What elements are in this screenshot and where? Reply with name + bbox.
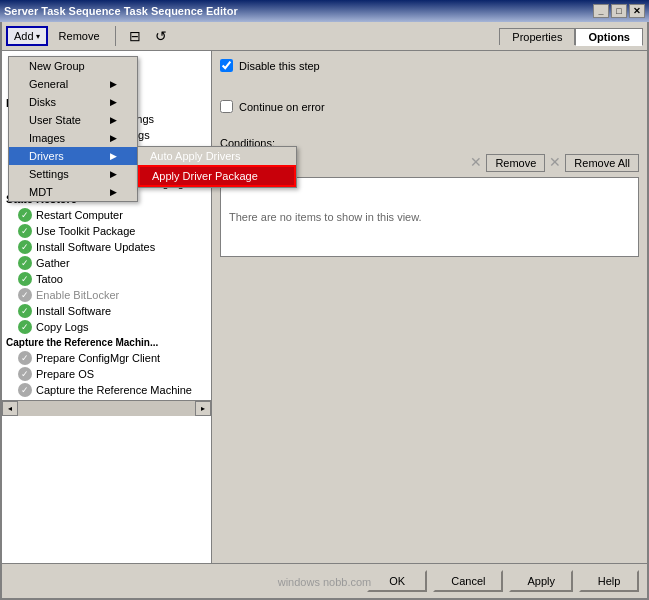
menu-item-images[interactable]: Images ▶ [9,129,137,147]
add-button[interactable]: Add ▾ New Group General ▶ Disks ▶ User S… [6,26,48,46]
conditions-actions: ✕ Remove ✕ Remove All [470,154,639,172]
toolbar: Add ▾ New Group General ▶ Disks ▶ User S… [2,22,647,51]
label-install-software-updates: Install Software Updates [36,241,155,253]
help-button[interactable]: Help [579,570,639,592]
remove-x-icon: ✕ [470,154,482,172]
label-install-software: Install Software [36,305,111,317]
continue-on-error-row: Continue on error [220,100,639,113]
menu-item-general[interactable]: General ▶ [9,75,137,93]
add-label: Add [14,30,34,42]
cancel-button[interactable]: Cancel [433,570,503,592]
list-item-tatoo[interactable]: ✓ Tatoo [2,271,211,287]
ok-button[interactable]: OK [367,570,427,592]
auto-apply-drivers-label: Auto Apply Drivers [150,150,240,162]
list-item-install-software[interactable]: ✓ Install Software [2,303,211,319]
right-panel: Disable this step Continue on error Cond… [212,51,647,563]
menu-item-new-group-label: New Group [29,60,85,72]
menu-item-mdt-label: MDT [29,186,53,198]
menu-item-user-state-label: User State [29,114,81,126]
disable-step-checkbox[interactable] [220,59,233,72]
check-icon-tatoo: ✓ [18,272,32,286]
remove-all-btn-label: Remove All [574,157,630,169]
remove-all-btn[interactable]: Remove All [565,154,639,172]
continue-on-error-checkbox[interactable] [220,100,233,113]
conditions-empty-text: There are no items to show in this view. [229,211,422,223]
list-item-prepare-configmgr[interactable]: ✓ Prepare ConfigMgr Client [2,350,211,366]
minimize-btn[interactable]: _ [593,4,609,18]
check-icon-install-software-updates: ✓ [18,240,32,254]
close-btn[interactable]: ✕ [629,4,645,18]
check-icon-prepare-os: ✓ [18,367,32,381]
menu-item-general-label: General [29,78,68,90]
menu-item-images-label: Images [29,132,65,144]
check-icon-copy-logs: ✓ [18,320,32,334]
title-bar-controls: _ □ ✕ [593,4,645,18]
h-scroll-track[interactable] [18,401,195,416]
drivers-submenu-arrow: ▶ [110,151,117,161]
list-item-install-software-updates[interactable]: ✓ Install Software Updates [2,239,211,255]
label-restart-computer: Restart Computer [36,209,123,221]
remove-button[interactable]: Remove [52,27,107,45]
apply-button[interactable]: Apply [509,570,573,592]
tab-options[interactable]: Options [575,28,643,46]
add-dropdown-arrow: ▾ [36,32,40,41]
check-icon-restart-computer: ✓ [18,208,32,222]
mdt-submenu-arrow: ▶ [110,187,117,197]
menu-item-user-state[interactable]: User State ▶ [9,111,137,129]
label-use-toolkit: Use Toolkit Package [36,225,135,237]
conditions-box: There are no items to show in this view. [220,177,639,257]
tab-area: Properties Options [176,28,643,45]
list-item-copy-logs[interactable]: ✓ Copy Logs [2,319,211,335]
list-item-use-toolkit[interactable]: ✓ Use Toolkit Package [2,223,211,239]
ok-label: OK [389,575,405,587]
check-icon-prepare-configmgr: ✓ [18,351,32,365]
menu-item-disks-label: Disks [29,96,56,108]
tab-properties-label: Properties [512,31,562,43]
label-tatoo: Tatoo [36,273,63,285]
disable-step-label: Disable this step [239,60,320,72]
add-dropdown-menu: New Group General ▶ Disks ▶ User State ▶… [8,56,138,202]
list-item-prepare-os[interactable]: ✓ Prepare OS [2,366,211,382]
menu-item-new-group[interactable]: New Group [9,57,137,75]
window-title: Server Task Sequence Task Sequence Edito… [4,5,238,17]
label-gather: Gather [36,257,70,269]
submenu-apply-driver-package[interactable]: Apply Driver Package [138,165,296,187]
toolbar-icon-2[interactable]: ↺ [150,25,172,47]
label-prepare-configmgr: Prepare ConfigMgr Client [36,352,160,364]
tab-properties[interactable]: Properties [499,28,575,45]
check-icon-capture-ref: ✓ [18,383,32,397]
continue-on-error-label: Continue on error [239,101,325,113]
help-label: Help [598,575,621,587]
remove-all-x-icon: ✕ [549,154,561,172]
menu-item-mdt[interactable]: MDT ▶ [9,183,137,201]
list-item-restart-computer[interactable]: ✓ Restart Computer [2,207,211,223]
menu-item-disks[interactable]: Disks ▶ [9,93,137,111]
images-submenu-arrow: ▶ [110,133,117,143]
menu-item-drivers[interactable]: Drivers ▶ Auto Apply Drivers Apply Drive… [9,147,137,165]
user-state-submenu-arrow: ▶ [110,115,117,125]
menu-item-settings[interactable]: Settings ▶ [9,165,137,183]
list-item-gather[interactable]: ✓ Gather [2,255,211,271]
label-copy-logs: Copy Logs [36,321,89,333]
toolbar-separator [115,26,116,46]
list-item-enable-bitlocker[interactable]: ✓ Enable BitLocker [2,287,211,303]
toolbar-icon-1[interactable]: ⊟ [124,25,146,47]
tab-options-label: Options [588,31,630,43]
list-item-capture-ref[interactable]: ✓ Capture the Reference Machine [2,382,211,398]
disable-step-row: Disable this step [220,59,639,72]
maximize-btn[interactable]: □ [611,4,627,18]
check-icon-gather: ✓ [18,256,32,270]
check-icon-use-toolkit: ✓ [18,224,32,238]
submenu-auto-apply-drivers[interactable]: Auto Apply Drivers [138,147,296,165]
apply-label: Apply [527,575,555,587]
check-icon-install-software: ✓ [18,304,32,318]
label-enable-bitlocker: Enable BitLocker [36,289,119,301]
menu-item-settings-label: Settings [29,168,69,180]
drivers-submenu: Auto Apply Drivers Apply Driver Package [137,146,297,188]
remove-label: Remove [59,30,100,42]
h-scroll-right[interactable]: ▸ [195,401,211,416]
remove-btn[interactable]: Remove [486,154,545,172]
h-scroll-left[interactable]: ◂ [2,401,18,416]
menu-item-drivers-label: Drivers [29,150,64,162]
disks-submenu-arrow: ▶ [110,97,117,107]
